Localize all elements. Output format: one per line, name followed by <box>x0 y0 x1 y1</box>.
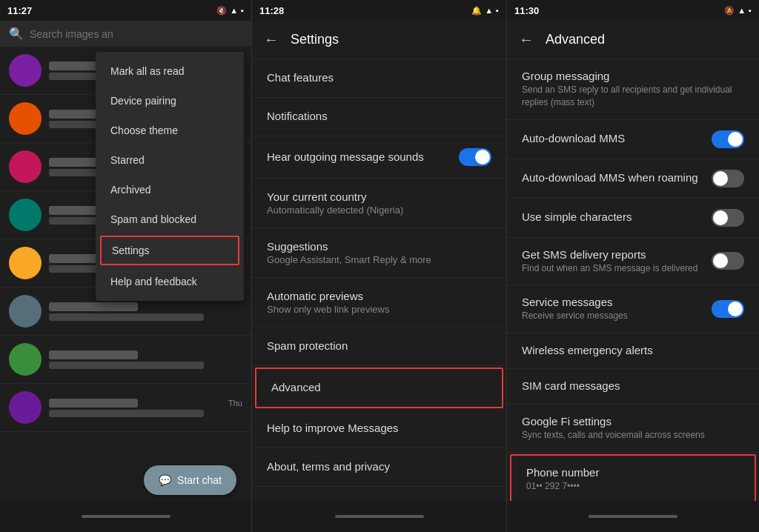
chat-time: Thu <box>228 399 242 408</box>
menu-item-choose-theme[interactable]: Choose theme <box>96 116 244 145</box>
adv-item-service-messages[interactable]: Service messages Receive service message… <box>507 285 759 333</box>
avatar <box>9 295 42 327</box>
menu-item-help-feedback[interactable]: Help and feedback <box>96 267 244 296</box>
settings-item-advanced[interactable]: Advanced <box>255 368 503 408</box>
bottom-nav-panel1 <box>0 501 251 532</box>
settings-panel: 11:28 🔔 ▲ ▪ ← Settings Chat features Not… <box>252 0 507 532</box>
status-bar-panel1: 11:27 🔇 ▲ ▪ <box>0 0 251 21</box>
settings-item-notifications[interactable]: Notifications <box>252 98 506 136</box>
nav-bar-line <box>589 515 677 518</box>
message-sounds-toggle[interactable] <box>459 148 491 166</box>
menu-item-spam-blocked[interactable]: Spam and blocked <box>96 205 244 234</box>
advanced-list: Group messaging Send an SMS reply to all… <box>507 59 759 501</box>
adv-item-google-fi[interactable]: Google Fi settings Sync texts, calls and… <box>507 405 759 453</box>
battery-icon: ▪ <box>749 6 752 15</box>
page-title: Settings <box>291 32 339 47</box>
adv-item-emergency-alerts[interactable]: Wireless emergency alerts <box>507 333 759 369</box>
chat-content: Thu <box>49 399 242 417</box>
adv-item-sim-messages[interactable]: SIM card messages <box>507 369 759 405</box>
back-button[interactable]: ← <box>264 31 279 48</box>
simple-chars-toggle[interactable] <box>712 209 744 227</box>
auto-download-mms-toggle[interactable] <box>712 130 744 148</box>
bottom-nav-panel3 <box>507 501 759 532</box>
adv-item-phone-number[interactable]: Phone number 01•• 292 7•••• <box>510 454 756 501</box>
adv-item-auto-download-roaming[interactable]: Auto-download MMS when roaming <box>507 159 759 199</box>
menu-item-settings[interactable]: Settings <box>100 236 239 265</box>
chat-list-panel: 11:27 🔇 ▲ ▪ 🔍 Mark all as read Device pa… <box>0 0 252 532</box>
start-chat-button[interactable]: 💬 Start chat <box>144 465 236 495</box>
battery-icon: ▪ <box>496 6 499 15</box>
nav-bar-line <box>335 515 424 518</box>
auto-download-roaming-toggle[interactable] <box>712 170 744 187</box>
settings-list: Chat features Notifications Hear outgoin… <box>252 59 506 501</box>
menu-item-archived[interactable]: Archived <box>96 175 244 205</box>
time-panel3: 11:30 <box>514 5 539 16</box>
chat-icon: 💬 <box>159 474 171 486</box>
settings-header: ← Settings <box>252 21 506 59</box>
mute-icon: 🔕 <box>724 6 735 16</box>
search-icon: 🔍 <box>9 27 24 41</box>
advanced-panel: 11:30 🔕 ▲ ▪ ← Advanced Group messaging S… <box>507 0 759 532</box>
settings-item-chat-features[interactable]: Chat features <box>252 59 506 98</box>
settings-item-message-sounds[interactable]: Hear outgoing message sounds <box>252 136 506 179</box>
context-menu: Mark all as read Device pairing Choose t… <box>96 52 244 301</box>
status-bar-panel2: 11:28 🔔 ▲ ▪ <box>252 0 506 21</box>
signal-icon: ▲ <box>230 6 238 15</box>
avatar <box>9 247 42 279</box>
list-item[interactable]: Thu <box>0 384 251 432</box>
signal-icon: ▲ <box>738 6 746 15</box>
status-icons-panel3: 🔕 ▲ ▪ <box>724 6 752 16</box>
avatar <box>9 150 42 183</box>
service-messages-toggle[interactable] <box>712 300 744 318</box>
mute-icon: 🔇 <box>216 6 227 16</box>
search-input[interactable] <box>30 28 242 40</box>
page-title: Advanced <box>546 32 605 47</box>
adv-item-sms-delivery[interactable]: Get SMS delivery reports Find out when a… <box>507 238 759 286</box>
list-item[interactable] <box>0 336 251 384</box>
advanced-header: ← Advanced <box>507 21 759 59</box>
settings-item-spam[interactable]: Spam protection <box>252 327 506 366</box>
settings-item-suggestions[interactable]: Suggestions Google Assistant, Smart Repl… <box>252 228 506 278</box>
search-bar: 🔍 <box>0 21 251 47</box>
status-icons-panel1: 🔇 ▲ ▪ <box>216 6 244 16</box>
adv-item-auto-download-mms[interactable]: Auto-download MMS <box>507 120 759 159</box>
avatar <box>9 199 42 231</box>
start-chat-label: Start chat <box>177 474 222 486</box>
back-button[interactable]: ← <box>519 31 534 48</box>
settings-item-country[interactable]: Your current country Automatically detec… <box>252 179 506 228</box>
bottom-nav-panel2 <box>252 501 506 532</box>
avatar <box>9 343 42 376</box>
settings-item-help-improve[interactable]: Help to improve Messages <box>252 410 506 448</box>
settings-item-about[interactable]: About, terms and privacy <box>252 448 506 487</box>
settings-item-previews[interactable]: Automatic previews Show only web link pr… <box>252 278 506 327</box>
avatar <box>9 54 42 87</box>
adv-item-simple-chars[interactable]: Use simple characters <box>507 199 759 238</box>
menu-item-device-pairing[interactable]: Device pairing <box>96 86 244 116</box>
notification-icon: 🔔 <box>471 6 482 16</box>
status-bar-panel3: 11:30 🔕 ▲ ▪ <box>507 0 759 21</box>
status-icons-panel2: 🔔 ▲ ▪ <box>471 6 499 16</box>
signal-icon: ▲ <box>485 6 493 15</box>
menu-item-starred[interactable]: Starred <box>96 145 244 175</box>
time-panel2: 11:28 <box>259 5 284 16</box>
chat-content <box>49 350 242 369</box>
avatar <box>9 391 42 424</box>
adv-item-group-messaging[interactable]: Group messaging Send an SMS reply to all… <box>507 59 759 120</box>
avatar <box>9 102 42 135</box>
battery-icon: ▪ <box>241 6 244 15</box>
sms-delivery-toggle[interactable] <box>712 252 744 270</box>
menu-item-mark-all-read[interactable]: Mark all as read <box>96 56 244 86</box>
time-panel1: 11:27 <box>7 5 32 16</box>
chat-content <box>49 302 242 321</box>
nav-bar-line <box>82 515 170 518</box>
